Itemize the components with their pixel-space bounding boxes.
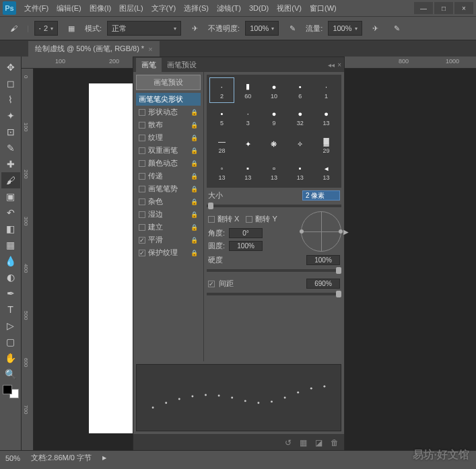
crop-tool[interactable]: ⊡ (1, 124, 20, 140)
shape-tool[interactable]: ▢ (1, 334, 20, 350)
panel-collapse-icon[interactable]: ◂◂ (328, 61, 335, 69)
size-slider[interactable] (207, 205, 341, 207)
menu-layer[interactable]: 图层(L) (115, 3, 147, 13)
brush-tip[interactable]: ◦13 (209, 159, 234, 185)
brush-tip[interactable]: •5 (209, 105, 234, 131)
gradient-tool[interactable]: ▦ (1, 237, 20, 253)
brush-option-散布[interactable]: 散布🔒 (136, 118, 201, 131)
brush-tip[interactable]: ❋ (262, 132, 287, 157)
checkbox[interactable] (139, 186, 145, 192)
brush-tip[interactable]: ✦ (236, 132, 261, 157)
pressure-opacity-icon[interactable]: ✎ (284, 20, 300, 36)
eraser-tool[interactable]: ◧ (1, 221, 20, 237)
brush-tip[interactable]: ●13 (314, 105, 339, 131)
marquee-tool[interactable]: ◻ (1, 75, 20, 92)
mode-selector[interactable]: 正常▾ (107, 21, 181, 36)
color-swatches[interactable] (3, 385, 19, 398)
trash-icon[interactable]: 🗑 (331, 438, 339, 447)
blur-tool[interactable]: 💧 (1, 253, 20, 269)
pen-tool[interactable]: ✒ (1, 285, 20, 301)
brush-tip[interactable]: ▪13 (287, 159, 312, 185)
lasso-tool[interactable]: ⌇ (1, 92, 20, 108)
brush-tip[interactable]: ▓29 (314, 132, 339, 157)
brush-option-保护纹理[interactable]: 保护纹理🔒 (136, 246, 201, 259)
flipy-checkbox[interactable] (246, 216, 252, 223)
roundness-input[interactable] (229, 241, 263, 251)
hand-tool[interactable]: ✋ (1, 350, 20, 366)
tab-brush-presets[interactable]: 画笔预设 (162, 58, 202, 72)
eyedropper-tool[interactable]: ✎ (1, 140, 20, 156)
move-tool[interactable]: ✥ (1, 59, 20, 75)
document-tab[interactable]: 绘制虚线 @ 50% (画笔, RGB/8) * × (28, 41, 160, 57)
brush-tip[interactable]: ●10 (262, 77, 287, 103)
brush-tip[interactable]: ▮60 (236, 77, 261, 103)
ruler-vertical[interactable]: 0100200300400500600700 (22, 69, 34, 450)
brush-option-平滑[interactable]: 平滑🔒 (136, 233, 201, 246)
brush-tip[interactable]: ·3 (236, 105, 261, 131)
brush-size-selector[interactable]: · 2 ▾ (34, 21, 58, 36)
menu-file[interactable]: 文件(F) (20, 3, 53, 13)
hardness-slider[interactable] (207, 269, 341, 272)
checkbox[interactable] (139, 109, 145, 116)
menu-3d[interactable]: 3D(D) (245, 4, 273, 12)
brush-option-杂色[interactable]: 杂色🔒 (136, 195, 201, 208)
zoom-level[interactable]: 50% (5, 454, 20, 462)
checkbox[interactable] (139, 135, 145, 141)
brush-option-双重画笔[interactable]: 双重画笔🔒 (136, 144, 201, 157)
new-brush-icon[interactable]: ▦ (300, 438, 307, 447)
brush-tip[interactable]: ◂13 (314, 159, 339, 185)
brush-option-形状动态[interactable]: 形状动态🔒 (136, 106, 201, 118)
menu-edit[interactable]: 编辑(E) (53, 3, 86, 13)
panel-close-icon[interactable]: × (337, 61, 341, 69)
checkbox[interactable] (139, 199, 145, 205)
menu-select[interactable]: 选择(S) (180, 3, 213, 13)
menu-filter[interactable]: 滤镜(T) (213, 3, 245, 13)
brush-option-湿边[interactable]: 湿边🔒 (136, 208, 201, 221)
checkbox[interactable] (139, 122, 145, 129)
flow-selector[interactable]: 100%▾ (328, 21, 362, 36)
brush-tip[interactable]: ·1 (314, 77, 339, 103)
spacing-checkbox[interactable] (208, 281, 215, 287)
spacing-slider[interactable] (207, 293, 341, 295)
stamp-tool[interactable]: ▣ (1, 188, 20, 205)
wand-tool[interactable]: ✦ (1, 108, 20, 124)
angle-input[interactable] (229, 228, 263, 238)
angle-compass[interactable]: ▶ (301, 211, 341, 252)
brush-option-纹理[interactable]: 纹理🔒 (136, 131, 201, 144)
type-tool[interactable]: T (1, 301, 20, 318)
size-input[interactable] (302, 190, 340, 201)
menu-type[interactable]: 文字(Y) (147, 3, 180, 13)
checkbox[interactable] (139, 224, 145, 231)
history-brush-tool[interactable]: ↶ (1, 205, 20, 221)
airbrush-icon[interactable]: ✈ (186, 20, 203, 36)
checkbox[interactable] (139, 211, 145, 218)
brush-tip[interactable]: —28 (209, 132, 234, 157)
brush-tool-icon[interactable]: 🖌 (5, 20, 22, 36)
brush-tip[interactable]: ●32 (287, 105, 312, 131)
menu-window[interactable]: 窗口(W) (306, 3, 341, 13)
airbrush-toggle-icon[interactable]: ✈ (368, 20, 384, 36)
create-brush-icon[interactable]: ◪ (315, 438, 322, 447)
brush-option-传递[interactable]: 传递🔒 (136, 170, 201, 182)
heal-tool[interactable]: ✚ (1, 156, 20, 172)
dodge-tool[interactable]: ◐ (1, 269, 20, 285)
brush-option-画笔笔势[interactable]: 画笔笔势🔒 (136, 182, 201, 195)
brush-option-建立[interactable]: 建立🔒 (136, 221, 201, 233)
menu-image[interactable]: 图像(I) (86, 3, 115, 13)
brush-tip[interactable]: ▫13 (262, 159, 287, 185)
opacity-selector[interactable]: 100%▾ (245, 21, 279, 36)
brush-panel-toggle[interactable]: ▦ (63, 20, 79, 36)
pressure-size-icon[interactable]: ✎ (389, 20, 405, 36)
brush-tip[interactable]: ✧ (287, 132, 312, 157)
toggle-preview-icon[interactable]: ↺ (285, 438, 292, 447)
path-tool[interactable]: ▷ (1, 318, 20, 334)
brush-tip[interactable]: ·2 (209, 77, 234, 103)
menu-view[interactable]: 视图(V) (273, 3, 306, 13)
doc-info[interactable]: 文档:2.86M/0 字节 (31, 453, 92, 463)
brush-tip[interactable]: ▪13 (236, 159, 261, 185)
checkbox[interactable] (139, 173, 145, 180)
brush-tip[interactable]: •6 (287, 77, 312, 103)
minimize-button[interactable]: — (414, 2, 433, 14)
checkbox[interactable] (139, 237, 145, 244)
checkbox[interactable] (139, 147, 145, 154)
